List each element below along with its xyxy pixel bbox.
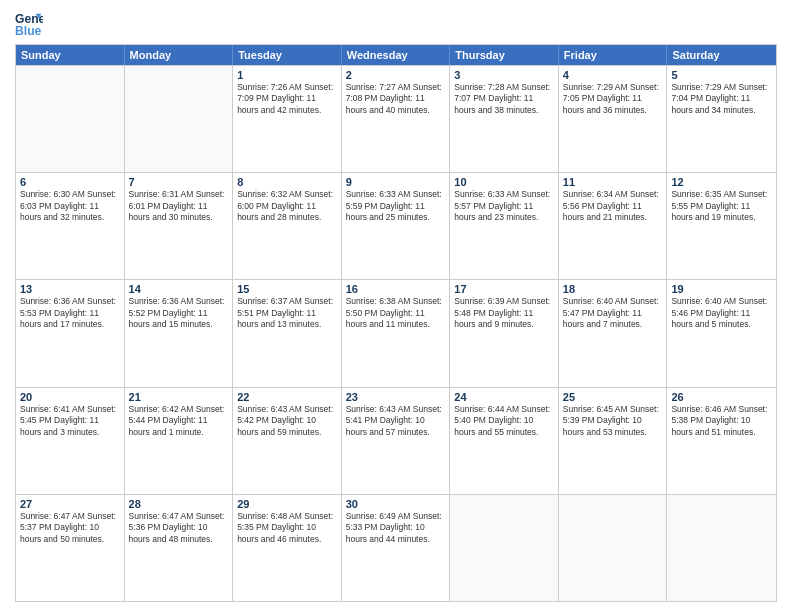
day-info: Sunrise: 7:29 AM Sunset: 7:04 PM Dayligh… [671,82,772,116]
day-number: 1 [237,69,337,81]
day-number: 29 [237,498,337,510]
calendar-day-cell: 5Sunrise: 7:29 AM Sunset: 7:04 PM Daylig… [667,66,776,172]
day-number: 5 [671,69,772,81]
day-number: 21 [129,391,229,403]
calendar-day-cell: 4Sunrise: 7:29 AM Sunset: 7:05 PM Daylig… [559,66,668,172]
day-info: Sunrise: 6:40 AM Sunset: 5:46 PM Dayligh… [671,296,772,330]
calendar-day-cell [16,66,125,172]
day-info: Sunrise: 6:40 AM Sunset: 5:47 PM Dayligh… [563,296,663,330]
calendar-day-cell [559,495,668,601]
day-number: 13 [20,283,120,295]
calendar-day-cell: 6Sunrise: 6:30 AM Sunset: 6:03 PM Daylig… [16,173,125,279]
day-info: Sunrise: 6:34 AM Sunset: 5:56 PM Dayligh… [563,189,663,223]
day-number: 28 [129,498,229,510]
calendar-week-row: 27Sunrise: 6:47 AM Sunset: 5:37 PM Dayli… [16,494,776,601]
weekday-header: Saturday [667,45,776,65]
day-number: 9 [346,176,446,188]
day-info: Sunrise: 6:33 AM Sunset: 5:59 PM Dayligh… [346,189,446,223]
day-number: 19 [671,283,772,295]
day-info: Sunrise: 6:49 AM Sunset: 5:33 PM Dayligh… [346,511,446,545]
day-info: Sunrise: 6:39 AM Sunset: 5:48 PM Dayligh… [454,296,554,330]
day-info: Sunrise: 6:42 AM Sunset: 5:44 PM Dayligh… [129,404,229,438]
day-info: Sunrise: 6:46 AM Sunset: 5:38 PM Dayligh… [671,404,772,438]
calendar-day-cell: 16Sunrise: 6:38 AM Sunset: 5:50 PM Dayli… [342,280,451,386]
day-number: 18 [563,283,663,295]
day-number: 7 [129,176,229,188]
calendar-day-cell: 2Sunrise: 7:27 AM Sunset: 7:08 PM Daylig… [342,66,451,172]
calendar-day-cell: 22Sunrise: 6:43 AM Sunset: 5:42 PM Dayli… [233,388,342,494]
day-info: Sunrise: 6:47 AM Sunset: 5:37 PM Dayligh… [20,511,120,545]
calendar-day-cell: 25Sunrise: 6:45 AM Sunset: 5:39 PM Dayli… [559,388,668,494]
calendar-day-cell: 11Sunrise: 6:34 AM Sunset: 5:56 PM Dayli… [559,173,668,279]
calendar-day-cell: 14Sunrise: 6:36 AM Sunset: 5:52 PM Dayli… [125,280,234,386]
day-number: 20 [20,391,120,403]
weekday-header: Sunday [16,45,125,65]
day-number: 30 [346,498,446,510]
calendar-day-cell: 28Sunrise: 6:47 AM Sunset: 5:36 PM Dayli… [125,495,234,601]
day-info: Sunrise: 6:48 AM Sunset: 5:35 PM Dayligh… [237,511,337,545]
calendar-day-cell: 3Sunrise: 7:28 AM Sunset: 7:07 PM Daylig… [450,66,559,172]
day-info: Sunrise: 6:38 AM Sunset: 5:50 PM Dayligh… [346,296,446,330]
calendar-day-cell: 18Sunrise: 6:40 AM Sunset: 5:47 PM Dayli… [559,280,668,386]
calendar-week-row: 6Sunrise: 6:30 AM Sunset: 6:03 PM Daylig… [16,172,776,279]
day-number: 25 [563,391,663,403]
day-info: Sunrise: 6:41 AM Sunset: 5:45 PM Dayligh… [20,404,120,438]
calendar-day-cell: 17Sunrise: 6:39 AM Sunset: 5:48 PM Dayli… [450,280,559,386]
calendar-day-cell: 27Sunrise: 6:47 AM Sunset: 5:37 PM Dayli… [16,495,125,601]
calendar-day-cell: 20Sunrise: 6:41 AM Sunset: 5:45 PM Dayli… [16,388,125,494]
logo: General Blue [15,10,43,38]
weekday-header: Thursday [450,45,559,65]
day-number: 12 [671,176,772,188]
calendar-day-cell: 9Sunrise: 6:33 AM Sunset: 5:59 PM Daylig… [342,173,451,279]
day-info: Sunrise: 6:32 AM Sunset: 6:00 PM Dayligh… [237,189,337,223]
day-number: 16 [346,283,446,295]
calendar-day-cell: 8Sunrise: 6:32 AM Sunset: 6:00 PM Daylig… [233,173,342,279]
day-number: 14 [129,283,229,295]
weekday-header: Tuesday [233,45,342,65]
day-number: 2 [346,69,446,81]
day-number: 24 [454,391,554,403]
day-info: Sunrise: 7:26 AM Sunset: 7:09 PM Dayligh… [237,82,337,116]
weekday-header: Wednesday [342,45,451,65]
day-info: Sunrise: 6:37 AM Sunset: 5:51 PM Dayligh… [237,296,337,330]
calendar-header: SundayMondayTuesdayWednesdayThursdayFrid… [16,45,776,65]
weekday-header: Friday [559,45,668,65]
page: General Blue SundayMondayTuesdayWednesda… [0,0,792,612]
calendar-day-cell [667,495,776,601]
calendar-day-cell [125,66,234,172]
day-number: 23 [346,391,446,403]
day-number: 17 [454,283,554,295]
day-number: 4 [563,69,663,81]
logo-icon: General Blue [15,10,43,38]
weekday-header: Monday [125,45,234,65]
calendar-day-cell: 26Sunrise: 6:46 AM Sunset: 5:38 PM Dayli… [667,388,776,494]
day-number: 3 [454,69,554,81]
calendar-week-row: 1Sunrise: 7:26 AM Sunset: 7:09 PM Daylig… [16,65,776,172]
day-number: 10 [454,176,554,188]
day-number: 11 [563,176,663,188]
calendar-day-cell: 30Sunrise: 6:49 AM Sunset: 5:33 PM Dayli… [342,495,451,601]
calendar-day-cell [450,495,559,601]
day-info: Sunrise: 6:45 AM Sunset: 5:39 PM Dayligh… [563,404,663,438]
day-number: 27 [20,498,120,510]
day-info: Sunrise: 7:28 AM Sunset: 7:07 PM Dayligh… [454,82,554,116]
day-info: Sunrise: 7:29 AM Sunset: 7:05 PM Dayligh… [563,82,663,116]
calendar-week-row: 20Sunrise: 6:41 AM Sunset: 5:45 PM Dayli… [16,387,776,494]
calendar-day-cell: 1Sunrise: 7:26 AM Sunset: 7:09 PM Daylig… [233,66,342,172]
day-info: Sunrise: 6:31 AM Sunset: 6:01 PM Dayligh… [129,189,229,223]
day-info: Sunrise: 7:27 AM Sunset: 7:08 PM Dayligh… [346,82,446,116]
day-info: Sunrise: 6:36 AM Sunset: 5:53 PM Dayligh… [20,296,120,330]
day-number: 22 [237,391,337,403]
day-info: Sunrise: 6:44 AM Sunset: 5:40 PM Dayligh… [454,404,554,438]
calendar-day-cell: 13Sunrise: 6:36 AM Sunset: 5:53 PM Dayli… [16,280,125,386]
calendar-day-cell: 23Sunrise: 6:43 AM Sunset: 5:41 PM Dayli… [342,388,451,494]
calendar-day-cell: 12Sunrise: 6:35 AM Sunset: 5:55 PM Dayli… [667,173,776,279]
calendar-day-cell: 29Sunrise: 6:48 AM Sunset: 5:35 PM Dayli… [233,495,342,601]
day-info: Sunrise: 6:47 AM Sunset: 5:36 PM Dayligh… [129,511,229,545]
calendar-day-cell: 7Sunrise: 6:31 AM Sunset: 6:01 PM Daylig… [125,173,234,279]
calendar-day-cell: 21Sunrise: 6:42 AM Sunset: 5:44 PM Dayli… [125,388,234,494]
calendar-day-cell: 15Sunrise: 6:37 AM Sunset: 5:51 PM Dayli… [233,280,342,386]
day-info: Sunrise: 6:35 AM Sunset: 5:55 PM Dayligh… [671,189,772,223]
day-info: Sunrise: 6:30 AM Sunset: 6:03 PM Dayligh… [20,189,120,223]
calendar-week-row: 13Sunrise: 6:36 AM Sunset: 5:53 PM Dayli… [16,279,776,386]
